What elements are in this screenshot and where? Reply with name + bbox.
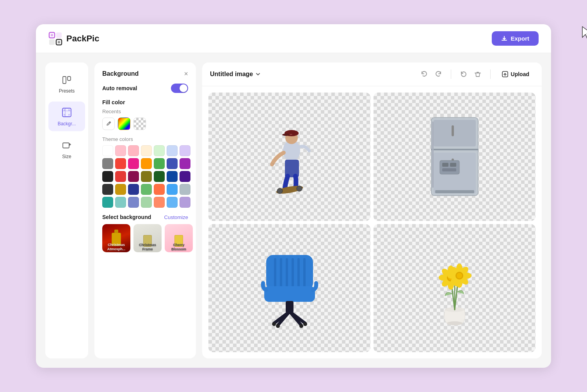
svg-point-43 [303,322,307,326]
main-body: Presets Backgr... [36,53,551,368]
svg-rect-37 [292,258,294,287]
fill-color-label: Fill color [102,99,188,105]
image-cell-chair[interactable] [208,224,370,353]
image-title: Untitled image [210,71,253,78]
theme-color-swatch[interactable] [141,171,152,182]
transparent-swatch[interactable] [133,118,146,130]
canvas-area: Untitled image [202,62,542,358]
recent-colors [102,118,188,130]
svg-rect-34 [274,258,276,287]
delete-button[interactable] [471,68,484,80]
close-button[interactable]: × [184,70,188,77]
theme-color-swatch[interactable] [102,171,113,182]
auto-removal-toggle[interactable] [171,84,188,93]
app-container: PackPic Export Presets [36,24,551,368]
select-bg-header: Select background Customize [102,214,188,220]
redo-icon [434,70,442,78]
theme-color-swatch[interactable] [102,145,113,156]
rainbow-swatch[interactable] [118,118,130,130]
toolbar-divider-1 [451,69,451,79]
bg-thumb-christmas-atmos[interactable]: ChristmasAtmosph... [102,224,130,252]
canvas-toolbar: Untitled image [202,62,542,86]
image-cell-skater[interactable] [208,93,370,221]
svg-point-47 [447,321,462,325]
theme-color-swatch[interactable] [102,158,113,169]
theme-color-swatch[interactable] [180,197,190,208]
svg-rect-30 [442,168,456,171]
theme-color-swatch[interactable] [115,197,126,208]
eyedropper-button[interactable] [102,118,115,130]
theme-color-swatch[interactable] [128,197,139,208]
skater-image [251,118,329,196]
bg-thumbnails: ChristmasAtmosph... ChristmasFrame [102,224,188,252]
undo-button[interactable] [418,68,430,80]
svg-rect-28 [442,163,448,167]
theme-color-swatch[interactable] [115,145,126,156]
svg-point-44 [276,324,280,328]
theme-color-swatch[interactable] [180,171,190,182]
image-cell-flowers[interactable] [374,224,535,353]
theme-color-swatch[interactable] [167,197,178,208]
app-name: PackPic [66,34,99,44]
theme-color-swatch[interactable] [115,158,126,169]
theme-colors-label: Theme colors [102,136,188,142]
theme-color-swatch[interactable] [167,171,178,182]
background-panel: Background × Auto removal Fill color Rec… [94,62,196,358]
bg-thumb-christmas-frame[interactable]: ChristmasFrame [133,224,162,252]
image-title-button[interactable]: Untitled image [210,71,261,78]
thumb-label-christmas-atmos: ChristmasAtmosph... [102,243,130,251]
theme-color-swatch[interactable] [180,184,190,195]
theme-color-swatch[interactable] [128,184,139,195]
sidebar-item-background[interactable]: Backgr... [48,102,85,131]
refresh-button[interactable] [457,68,470,80]
logo-area: PackPic [48,32,99,46]
theme-color-swatch[interactable] [180,158,190,169]
svg-rect-36 [286,258,288,287]
redo-button[interactable] [432,68,445,80]
sidebar-item-presets[interactable]: Presets [48,69,85,98]
svg-rect-33 [266,255,313,290]
theme-color-swatch[interactable] [115,184,126,195]
theme-color-swatch[interactable] [154,184,165,195]
background-icon [60,106,73,119]
trash-icon [474,70,482,78]
toolbar-divider-2 [490,69,491,79]
image-grid [202,86,542,358]
theme-color-swatch[interactable] [115,171,126,182]
theme-color-swatch[interactable] [128,158,139,169]
theme-color-swatch[interactable] [141,184,152,195]
export-button[interactable]: Export [492,31,539,46]
theme-color-swatch[interactable] [128,145,139,156]
fill-color-section: Fill color Recents [102,99,188,130]
bg-thumb-cherry-blossom[interactable]: CherryBlossom [165,224,193,252]
svg-point-42 [272,322,276,326]
theme-color-swatch[interactable] [154,171,165,182]
svg-rect-22 [431,149,478,150]
svg-point-19 [277,188,283,194]
recents-label: Recents [102,109,188,114]
svg-rect-27 [440,160,459,174]
theme-colors-section: Theme colors [102,136,188,208]
theme-color-swatch[interactable] [180,145,190,156]
theme-color-swatch[interactable] [154,145,165,156]
theme-color-swatch[interactable] [128,171,139,182]
theme-color-swatch[interactable] [102,184,113,195]
theme-color-swatch[interactable] [154,158,165,169]
upload-button[interactable]: Upload [497,68,534,80]
select-background-section: Select background Customize ChristmasAtm… [102,214,188,252]
theme-color-swatch[interactable] [167,184,178,195]
auto-removal-row: Auto removal [102,84,188,93]
theme-color-swatch[interactable] [141,145,152,156]
theme-color-swatch[interactable] [102,197,113,208]
theme-color-swatch[interactable] [167,158,178,169]
customize-link[interactable]: Customize [164,214,188,220]
size-label: Size [62,154,71,159]
image-cell-fridge[interactable] [374,93,535,221]
theme-color-swatch[interactable] [141,158,152,169]
upload-icon [502,71,509,78]
sidebar-item-size[interactable]: Size [48,134,85,164]
theme-color-swatch[interactable] [167,145,178,156]
select-bg-label: Select background [102,214,151,220]
theme-color-swatch[interactable] [141,197,152,208]
theme-color-swatch[interactable] [154,197,165,208]
